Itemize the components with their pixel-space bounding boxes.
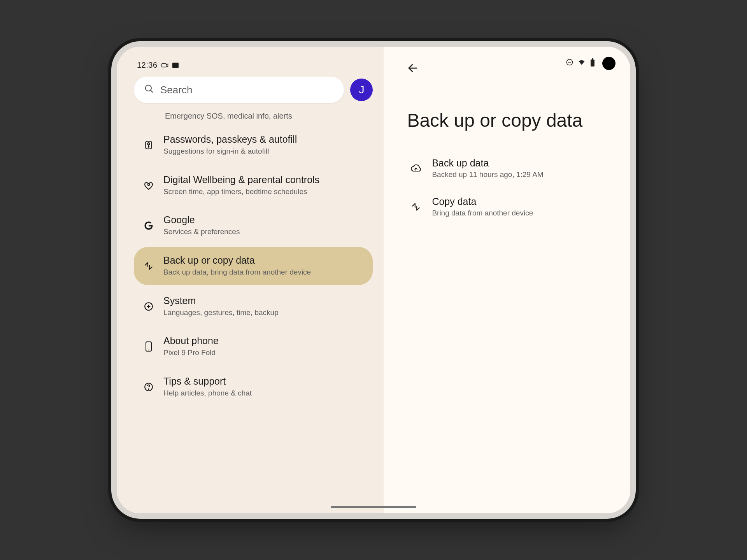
avatar-initial: J (359, 84, 364, 96)
help-icon (142, 381, 155, 393)
detail-item-subtitle: Bring data from another device (432, 209, 533, 217)
settings-item-title: Passwords, passkeys & autofill (163, 134, 297, 145)
settings-item-safety-subtitle[interactable]: Emergency SOS, medical info, alerts (134, 109, 373, 126)
wellbeing-icon (142, 179, 155, 192)
phone-icon (142, 340, 155, 353)
settings-item-google[interactable]: GoogleServices & preferences (134, 206, 373, 245)
settings-item-subtitle: Screen time, app timers, bedtime schedul… (163, 187, 319, 197)
settings-item-about-phone[interactable]: About phonePixel 9 Pro Fold (134, 327, 373, 366)
settings-item-title: Back up or copy data (163, 255, 311, 266)
detail-title: Back up or copy data (407, 110, 607, 131)
search-row: Search J (134, 77, 373, 103)
clock: 12:36 (137, 61, 158, 70)
back-button[interactable] (407, 62, 419, 75)
settings-item-title: System (163, 295, 279, 306)
svg-point-9 (147, 143, 149, 145)
settings-item-subtitle: Pixel 9 Pro Fold (163, 348, 219, 358)
info-icon (142, 300, 155, 313)
dnd-icon (566, 58, 573, 67)
settings-list-pane: 12:36 Search J Emergency SOS, medical in… (117, 47, 384, 513)
detail-item-title: Back up data (432, 158, 543, 169)
search-input[interactable]: Search (134, 77, 344, 103)
svg-rect-5 (172, 63, 179, 68)
settings-item-passwords-passkeys-autofill[interactable]: Passwords, passkeys & autofillSuggestion… (134, 126, 373, 164)
svg-point-10 (148, 184, 149, 185)
settings-item-digital-wellbeing-parental-controls[interactable]: Digital Wellbeing & parental controlsScr… (134, 166, 373, 205)
svg-line-7 (151, 90, 153, 93)
gesture-nav-handle[interactable] (331, 506, 416, 508)
camera-indicator-icon (161, 63, 168, 68)
settings-item-title: Digital Wellbeing & parental controls (163, 174, 319, 186)
merge-icon (410, 201, 422, 213)
settings-item-subtitle: Back up data, bring data from another de… (163, 268, 311, 277)
detail-item-back-up-data[interactable]: Back up dataBacked up 11 hours ago, 1:29… (407, 149, 607, 187)
battery-icon (590, 58, 595, 67)
svg-rect-3 (592, 58, 593, 60)
backup-icon (142, 260, 155, 272)
cast-indicator-icon (172, 63, 179, 68)
wifi-icon (577, 58, 586, 67)
device-frame: 12:36 Search J Emergency SOS, medical in… (117, 47, 630, 513)
svg-point-6 (146, 85, 151, 91)
settings-item-back-up-or-copy-data[interactable]: Back up or copy dataBack up data, bring … (134, 247, 373, 285)
settings-item-subtitle: Services & preferences (163, 227, 240, 237)
settings-item-title: Google (163, 214, 240, 226)
settings-item-title: Tips & support (163, 376, 252, 387)
settings-list: Passwords, passkeys & autofillSuggestion… (134, 126, 373, 509)
status-bar-right (566, 58, 595, 67)
settings-item-system[interactable]: SystemLanguages, gestures, time, backup (134, 287, 373, 326)
settings-item-subtitle: Suggestions for sign-in & autofill (163, 147, 297, 156)
google-icon (142, 219, 155, 232)
search-placeholder: Search (160, 84, 192, 96)
settings-item-tips-support[interactable]: Tips & supportHelp articles, phone & cha… (134, 368, 373, 406)
key-icon (142, 139, 155, 151)
svg-rect-2 (591, 60, 594, 66)
detail-item-subtitle: Backed up 11 hours ago, 1:29 AM (432, 170, 543, 179)
svg-point-17 (148, 389, 149, 389)
settings-item-title: About phone (163, 335, 219, 346)
status-bar-left: 12:36 (134, 58, 373, 77)
settings-item-subtitle: Languages, gestures, time, backup (163, 308, 279, 318)
detail-item-title: Copy data (432, 196, 533, 207)
detail-item-copy-data[interactable]: Copy dataBring data from another device (407, 187, 607, 226)
search-icon (144, 84, 154, 96)
settings-item-subtitle: Help articles, phone & chat (163, 388, 252, 398)
detail-list: Back up dataBacked up 11 hours ago, 1:29… (407, 149, 607, 226)
account-avatar[interactable]: J (350, 79, 373, 101)
cloud-upload-icon (410, 163, 422, 174)
svg-rect-4 (161, 63, 166, 67)
front-camera (602, 57, 615, 70)
detail-pane: Back up or copy data Back up dataBacked … (384, 47, 630, 513)
